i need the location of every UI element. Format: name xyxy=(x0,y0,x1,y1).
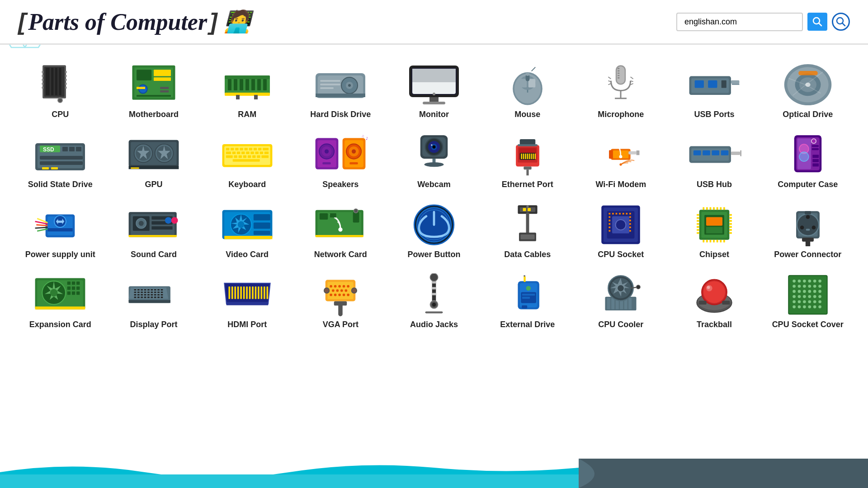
svg-rect-159 xyxy=(238,155,241,158)
svg-rect-228 xyxy=(812,155,819,158)
svg-rect-379 xyxy=(147,292,150,293)
webcam-label: Webcam xyxy=(417,180,451,190)
svg-rect-332 xyxy=(703,240,704,243)
svg-rect-122 xyxy=(62,147,68,151)
svg-rect-171 xyxy=(323,162,331,164)
svg-point-466 xyxy=(637,285,641,289)
svg-rect-68 xyxy=(320,87,334,89)
svg-point-265 xyxy=(354,209,358,213)
svg-rect-383 xyxy=(161,292,163,293)
svg-point-210 xyxy=(619,155,623,158)
cpu-label: CPU xyxy=(52,110,69,120)
svg-rect-219 xyxy=(740,150,741,156)
svg-rect-282 xyxy=(609,213,611,215)
svg-rect-364 xyxy=(129,300,170,303)
svg-rect-52 xyxy=(234,79,237,90)
svg-rect-360 xyxy=(72,291,75,295)
svg-rect-417 xyxy=(226,302,268,305)
svg-rect-141 xyxy=(235,148,238,151)
svg-rect-390 xyxy=(154,294,156,296)
svg-rect-27 xyxy=(59,68,61,95)
svg-rect-26 xyxy=(55,68,57,95)
svg-rect-197 xyxy=(528,154,530,159)
hdd-label: Hard Disk Drive xyxy=(310,110,371,120)
svg-rect-325 xyxy=(703,207,704,210)
svg-rect-31 xyxy=(42,83,43,84)
svg-rect-335 xyxy=(713,240,715,243)
svg-line-97 xyxy=(609,84,611,85)
svg-point-211 xyxy=(620,163,622,165)
svg-rect-41 xyxy=(137,70,151,80)
vga-port-label: VGA Port xyxy=(323,320,359,330)
svg-rect-58 xyxy=(225,93,270,96)
search-input[interactable] xyxy=(676,13,803,31)
svg-rect-457 xyxy=(612,298,615,309)
item-motherboard: Motherboard xyxy=(107,54,201,122)
svg-point-426 xyxy=(336,289,339,292)
svg-point-84 xyxy=(525,73,529,76)
svg-point-430 xyxy=(334,294,337,296)
item-wifi: Wi-Fi Modem xyxy=(574,124,668,192)
svg-rect-48 xyxy=(137,95,171,97)
footer xyxy=(0,459,868,488)
svg-rect-149 xyxy=(232,152,235,155)
svg-rect-456 xyxy=(607,298,610,309)
svg-rect-441 xyxy=(432,293,436,295)
display-port-label: Display Port xyxy=(130,320,177,330)
svg-point-470 xyxy=(703,281,725,303)
svg-rect-162 xyxy=(252,155,255,158)
svg-rect-353 xyxy=(67,282,71,285)
svg-rect-144 xyxy=(249,148,252,151)
item-cpu-socket-cover: CPU Socket Cover xyxy=(761,264,854,332)
svg-rect-287 xyxy=(626,213,628,215)
computer-case-icon xyxy=(778,132,837,177)
cpu-socket-cover-label: CPU Socket Cover xyxy=(772,320,844,330)
svg-rect-146 xyxy=(258,148,261,151)
svg-rect-216 xyxy=(712,150,719,155)
usb-hub-icon xyxy=(685,132,744,177)
svg-rect-227 xyxy=(811,148,819,150)
svg-rect-165 xyxy=(232,160,259,162)
svg-rect-397 xyxy=(147,297,150,298)
svg-rect-346 xyxy=(805,211,811,214)
svg-rect-396 xyxy=(144,297,146,298)
svg-rect-54 xyxy=(245,79,249,90)
svg-point-443 xyxy=(432,303,436,307)
page-title: [ Parts of Computer ] 🧑‍💻 xyxy=(18,8,251,35)
svg-point-480 xyxy=(813,280,816,283)
svg-rect-409 xyxy=(246,286,248,299)
item-power-button: Power Button xyxy=(387,194,481,262)
item-keyboard: Keyboard xyxy=(200,124,294,192)
svg-rect-91 xyxy=(618,75,619,76)
svg-point-491 xyxy=(808,290,811,293)
svg-point-261 xyxy=(339,228,343,232)
svg-rect-311 xyxy=(697,214,699,216)
svg-rect-395 xyxy=(141,297,143,298)
svg-rect-452 xyxy=(522,294,535,296)
svg-rect-30 xyxy=(42,79,43,80)
svg-line-237 xyxy=(37,225,48,225)
svg-rect-392 xyxy=(161,294,163,296)
svg-rect-127 xyxy=(42,167,49,169)
svg-rect-60 xyxy=(254,95,258,99)
svg-rect-163 xyxy=(257,155,260,158)
svg-rect-377 xyxy=(141,292,143,293)
svg-point-249 xyxy=(165,217,172,224)
svg-rect-354 xyxy=(72,282,75,285)
svg-point-224 xyxy=(799,152,809,161)
svg-rect-297 xyxy=(609,230,611,232)
svg-rect-356 xyxy=(67,286,71,290)
svg-point-494 xyxy=(793,295,796,298)
item-computer-case: Computer Case xyxy=(761,124,854,192)
svg-rect-55 xyxy=(251,79,255,90)
svg-rect-336 xyxy=(717,240,718,243)
search-circle-icon xyxy=(832,13,850,31)
data-cables-icon xyxy=(498,202,557,247)
svg-rect-359 xyxy=(67,291,71,295)
svg-rect-473 xyxy=(698,300,706,305)
search-button[interactable] xyxy=(807,13,827,31)
svg-point-186 xyxy=(431,144,432,145)
svg-point-444 xyxy=(430,273,438,281)
svg-point-496 xyxy=(803,295,806,298)
svg-point-188 xyxy=(424,162,443,167)
